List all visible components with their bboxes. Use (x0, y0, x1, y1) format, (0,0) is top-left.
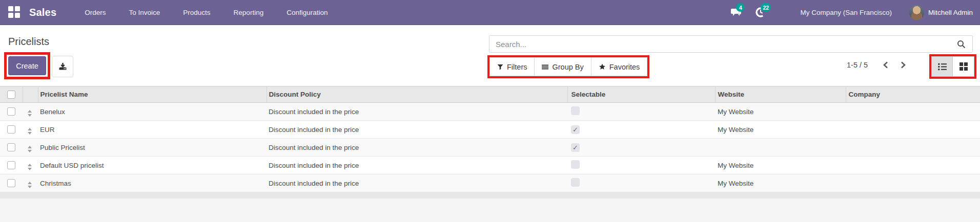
row-checkbox[interactable] (7, 179, 15, 187)
annotation-box-filters: Filters Group By Favorites (487, 55, 649, 78)
pricelist-name-cell[interactable]: Christmas (38, 174, 267, 192)
chevron-left-icon (882, 61, 889, 69)
chevron-right-icon (900, 61, 907, 69)
search-icon[interactable] (957, 40, 966, 49)
menu-reporting[interactable]: Reporting (234, 9, 264, 16)
column-header-pricelist-name[interactable]: Pricelist Name (38, 86, 267, 103)
discount-policy-cell: Discount included in the price (267, 121, 567, 139)
drag-handle-icon[interactable] (28, 164, 32, 170)
activities-badge: 22 (761, 3, 771, 12)
discount-policy-cell: Discount included in the price (267, 103, 567, 121)
pricelist-row[interactable]: Public Pricelist Discount included in th… (0, 139, 980, 157)
apps-grid-icon[interactable] (8, 6, 21, 18)
website-cell: My Website (715, 103, 846, 121)
search-input[interactable] (489, 36, 957, 52)
pricelist-table: Pricelist Name Discount Policy Selectabl… (0, 86, 980, 192)
pricelist-table-body: Benelux Discount included in the price M… (0, 103, 980, 192)
download-icon (58, 62, 67, 71)
navbar-left: Sales Orders To Invoice Products Reporti… (0, 6, 328, 18)
main-menu: Orders To Invoice Products Reporting Con… (85, 9, 328, 16)
row-checkbox[interactable] (7, 143, 15, 151)
filter-funnel-icon (497, 64, 503, 70)
search-options-group: Filters Group By Favorites (489, 57, 647, 76)
handle-column-header (23, 86, 38, 103)
company-cell (846, 121, 980, 139)
top-navbar: Sales Orders To Invoice Products Reporti… (0, 0, 980, 25)
discount-policy-cell: Discount included in the price (267, 157, 567, 174)
select-all-checkbox[interactable] (7, 91, 15, 99)
discount-policy-cell: Discount included in the price (267, 174, 567, 192)
group-by-label: Group By (552, 63, 583, 71)
filters-button[interactable]: Filters (489, 57, 535, 76)
pricelist-name-cell[interactable]: Default USD pricelist (38, 157, 267, 174)
user-avatar (909, 5, 924, 20)
selectable-checkbox[interactable] (571, 178, 580, 187)
search-bar (489, 35, 973, 53)
navbar-right: 4 22 My Company (San Francisco) Mitchell… (729, 5, 980, 20)
favorites-label: Favorites (609, 63, 640, 71)
group-by-bars-icon (542, 64, 548, 70)
kanban-view-icon (959, 62, 968, 71)
view-switcher (931, 56, 974, 77)
menu-products[interactable]: Products (183, 9, 210, 16)
kanban-view-button[interactable] (953, 56, 974, 77)
website-cell: My Website (715, 157, 846, 174)
user-name: Mitchell Admin (928, 9, 973, 16)
drag-handle-icon[interactable] (28, 128, 32, 135)
messages-badge: 4 (736, 3, 745, 12)
group-by-button[interactable]: Group By (535, 57, 591, 76)
activities-button[interactable]: 22 (754, 6, 767, 19)
company-switcher[interactable]: My Company (San Francisco) (800, 9, 892, 16)
selectable-checkbox[interactable] (571, 125, 580, 134)
company-cell (846, 157, 980, 174)
pager-previous-button[interactable] (879, 58, 892, 72)
app-name[interactable]: Sales (29, 7, 56, 18)
list-view-button[interactable] (931, 56, 953, 77)
pricelist-row[interactable]: Default USD pricelist Discount included … (0, 157, 980, 174)
column-header-discount-policy[interactable]: Discount Policy (267, 86, 567, 103)
drag-handle-icon[interactable] (28, 146, 32, 152)
filters-label: Filters (507, 63, 527, 71)
pricelist-name-cell[interactable]: EUR (38, 121, 267, 139)
menu-orders[interactable]: Orders (85, 9, 106, 16)
pricelist-row[interactable]: EUR Discount included in the price My We… (0, 121, 980, 139)
selectable-checkbox[interactable] (571, 143, 580, 152)
user-menu[interactable]: Mitchell Admin (909, 5, 973, 20)
pager-next-button[interactable] (896, 58, 910, 72)
favorites-star-icon (599, 63, 606, 70)
row-checkbox[interactable] (7, 125, 15, 134)
discount-policy-cell: Discount included in the price (267, 139, 567, 157)
pricelist-name-cell[interactable]: Public Pricelist (38, 139, 267, 157)
pricelist-row[interactable]: Christmas Discount included in the price… (0, 174, 980, 192)
column-header-website[interactable]: Website (715, 86, 846, 103)
annotation-box-view-switcher (929, 54, 976, 79)
column-header-selectable[interactable]: Selectable (567, 86, 715, 103)
table-header-row: Pricelist Name Discount Policy Selectabl… (0, 86, 980, 103)
table-end-strip (0, 192, 980, 198)
export-download-button[interactable] (52, 56, 73, 77)
pricelist-name-cell[interactable]: Benelux (38, 103, 267, 121)
menu-configuration[interactable]: Configuration (287, 9, 328, 16)
website-cell (715, 139, 846, 157)
pricelist-row[interactable]: Benelux Discount included in the price M… (0, 103, 980, 121)
website-cell: My Website (715, 121, 846, 139)
menu-to-invoice[interactable]: To Invoice (129, 9, 160, 16)
row-checkbox[interactable] (7, 107, 15, 116)
pager-range: 1-5 / 5 (847, 61, 868, 69)
messages-button[interactable]: 4 (729, 6, 743, 19)
selectable-checkbox[interactable] (571, 106, 580, 115)
annotation-box-create: Create (4, 52, 50, 79)
company-cell (846, 103, 980, 121)
list-view-icon (938, 63, 947, 71)
company-cell (846, 174, 980, 192)
website-cell: My Website (715, 174, 846, 192)
content-background (0, 198, 980, 222)
create-button[interactable]: Create (8, 56, 46, 75)
row-checkbox[interactable] (7, 161, 15, 169)
company-cell (846, 139, 980, 157)
favorites-button[interactable]: Favorites (591, 57, 648, 76)
selectable-checkbox[interactable] (571, 160, 580, 169)
drag-handle-icon[interactable] (28, 182, 32, 188)
drag-handle-icon[interactable] (28, 110, 32, 117)
column-header-company[interactable]: Company (846, 86, 980, 103)
